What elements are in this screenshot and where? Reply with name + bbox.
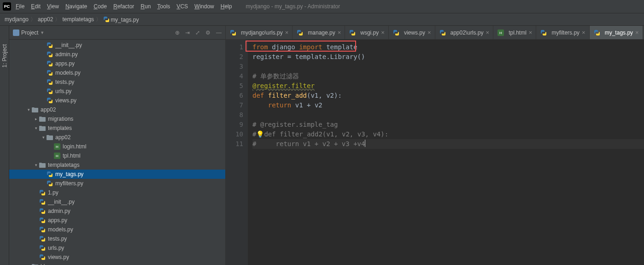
close-icon[interactable]: × [381,29,385,36]
code-line[interactable]: #💡def filter_add2(v1, v2, v3, v4): [252,130,644,139]
menu-view[interactable]: View [47,3,59,10]
tree-item[interactable]: ▸migrations [9,114,225,124]
tree-item[interactable]: admin.py [9,50,225,59]
hide-icon[interactable]: — [216,29,222,36]
tree-item[interactable]: Hlogin.html [9,142,225,151]
tab-label: mydjango\urls.py [241,29,283,36]
close-icon[interactable]: × [582,29,585,36]
py-icon [296,29,304,36]
line-number: 3 [226,62,243,71]
code-area[interactable]: from django import templateregister = te… [248,40,644,265]
project-tool-button[interactable]: 1: Project [1,44,8,68]
tree-item[interactable]: __init__.py [9,41,225,50]
svg-text:H: H [56,154,59,158]
editor-tab[interactable]: mydjango\urls.py× [226,26,293,39]
editor-body[interactable]: 1234567891011 from django import templat… [226,40,644,265]
expand-icon[interactable]: ⤢ [195,29,200,36]
menu-run[interactable]: Run [141,3,151,10]
menu-code[interactable]: Code [94,3,107,10]
close-icon[interactable]: × [285,29,289,36]
code-line[interactable]: # @register.simple_tag [252,120,644,130]
tree-item[interactable]: 1.py [9,188,225,197]
code-line[interactable]: def filter_add(v1, v2): [252,91,644,100]
close-icon[interactable]: × [635,29,639,36]
editor-tab[interactable]: app02\urls.py× [435,26,494,39]
tree-arrow[interactable]: ▾ [33,126,39,130]
editor-tab[interactable]: views.py× [389,26,435,39]
crumb[interactable]: app02 [38,16,53,23]
tree-item[interactable]: Htpl.html [9,151,225,160]
crumb[interactable]: my_tags.py [103,16,139,23]
tree-item[interactable]: ▾templates [9,124,225,133]
menu-window[interactable]: Window [194,3,214,10]
code-line[interactable]: # 单参数过滤器 [252,71,644,81]
tree-item[interactable]: ▸blog [9,262,225,265]
code-line[interactable]: # return v1 + v2 + v3 +v4 [252,139,644,149]
html-icon: H [53,152,61,159]
py-icon [39,207,46,215]
editor-tab[interactable]: my_tags.py× [590,26,643,39]
tree-arrow[interactable]: ▾ [41,135,46,140]
tree-item[interactable]: models.py [9,225,225,234]
tree-item[interactable]: ▾app02 [9,133,225,142]
py-icon [46,97,53,104]
py-icon [349,29,356,36]
menu-file[interactable]: File [16,3,24,10]
tree-label: __init__.py [55,42,82,48]
tree-item[interactable]: urls.py [9,243,225,253]
code-line[interactable] [252,62,644,71]
crumb[interactable]: mydjango [5,16,29,23]
close-icon[interactable]: × [529,29,533,36]
tree-item[interactable]: urls.py [9,87,225,96]
collapse-icon[interactable]: ⇥ [185,29,190,36]
code-line[interactable]: @register.filter [252,81,644,91]
tree-label: blog [41,263,51,265]
py-icon [46,88,53,95]
menu-refactor[interactable]: Refactor [113,3,134,10]
tree-item[interactable]: myfilters.py [9,179,225,188]
gear-icon[interactable]: ⚙ [205,29,211,36]
py-icon [593,29,601,36]
crumb-sep: 〉 [96,16,101,24]
code-line[interactable]: return v1 + v2 [252,100,644,110]
editor-tab[interactable]: wsgi.py× [345,26,389,39]
tree-arrow[interactable]: ▾ [26,107,31,112]
tree-label: views.py [55,97,76,104]
tree-label: app02 [41,106,56,113]
crumb[interactable]: templatetags [62,16,94,23]
tree-arrow[interactable]: ▸ [33,117,39,121]
menu-tools[interactable]: Tools [157,3,170,10]
locate-icon[interactable]: ⊕ [175,29,180,36]
tree-item[interactable]: models.py [9,68,225,77]
tree-item[interactable]: tests.py [9,77,225,87]
close-icon[interactable]: × [486,29,490,36]
tree-item[interactable]: tests.py [9,234,225,243]
close-icon[interactable]: × [427,29,431,36]
tree-item[interactable]: my_tags.py [9,170,225,179]
project-panel-title[interactable]: Project ▼ [13,29,44,36]
editor-tab[interactable]: manage.py× [293,26,345,39]
tree-item[interactable]: __init__.py [9,197,225,206]
tree-arrow[interactable]: ▾ [33,163,39,167]
svg-text:H: H [56,145,59,149]
code-line[interactable]: register = template.Library() [252,52,644,62]
editor-tab[interactable]: Htpl.html× [493,26,536,39]
tree-item[interactable]: views.py [9,96,225,105]
tree-label: tpl.html [63,153,81,159]
code-line[interactable] [252,110,644,120]
editor-tab[interactable]: myfilters.py× [536,26,589,39]
menu-edit[interactable]: Edit [31,3,41,10]
py-icon [46,78,53,86]
project-tree[interactable]: __init__.pyadmin.pyapps.pymodels.pytests… [9,40,225,265]
menu-navigate[interactable]: Navigate [65,3,87,10]
tree-item[interactable]: admin.py [9,206,225,216]
close-icon[interactable]: × [338,29,341,36]
tree-item[interactable]: apps.py [9,216,225,225]
tree-item[interactable]: apps.py [9,59,225,68]
menu-vcs[interactable]: VCS [176,3,188,10]
tree-item[interactable]: views.py [9,253,225,262]
tree-item[interactable]: ▾app02 [9,105,225,114]
tree-item[interactable]: ▾templatetags [9,160,225,170]
menu-help[interactable]: Help [221,3,232,10]
py-icon [39,226,46,233]
